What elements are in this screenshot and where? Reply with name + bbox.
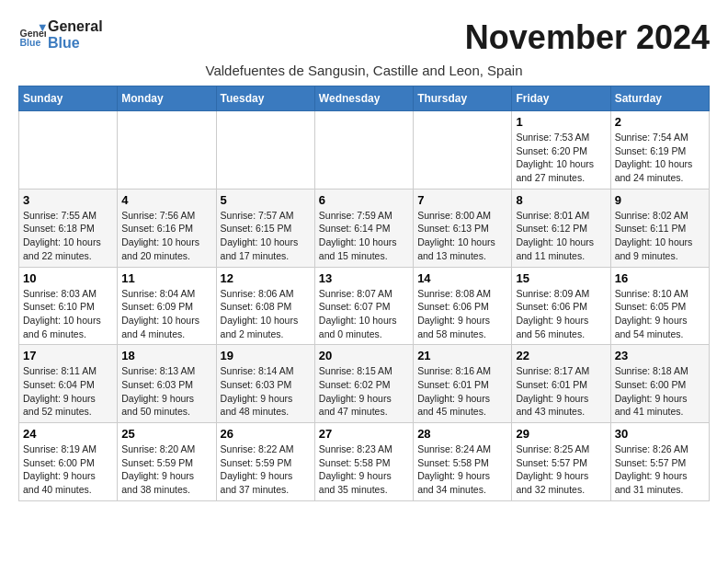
day-info: Sunrise: 7:54 AMSunset: 6:19 PMDaylight:… — [615, 131, 705, 185]
day-info: Sunrise: 8:26 AMSunset: 5:57 PMDaylight:… — [615, 442, 705, 497]
day-number: 9 — [615, 193, 705, 207]
calendar-cell-w1d4: 7Sunrise: 8:00 AMSunset: 6:13 PMDaylight… — [414, 189, 512, 267]
day-info: Sunrise: 8:17 AMSunset: 6:01 PMDaylight:… — [516, 364, 606, 419]
day-number: 18 — [121, 349, 211, 362]
day-number: 26 — [221, 427, 311, 441]
calendar-cell-w4d6: 30Sunrise: 8:26 AMSunset: 5:57 PMDayligh… — [610, 423, 709, 501]
weekday-header-saturday: Saturday — [610, 86, 709, 111]
day-number: 3 — [23, 193, 113, 207]
day-info: Sunrise: 8:07 AMSunset: 6:07 PMDaylight:… — [319, 287, 409, 341]
calendar-cell-w3d0: 17Sunrise: 8:11 AMSunset: 6:04 PMDayligh… — [19, 345, 118, 423]
day-number: 15 — [516, 271, 606, 285]
calendar-cell-w4d0: 24Sunrise: 8:19 AMSunset: 6:00 PMDayligh… — [19, 423, 118, 501]
day-number: 21 — [417, 349, 507, 362]
calendar-cell-w1d2: 5Sunrise: 7:57 AMSunset: 6:15 PMDaylight… — [216, 189, 314, 267]
weekday-header-tuesday: Tuesday — [216, 86, 314, 111]
day-number: 8 — [516, 193, 606, 207]
day-info: Sunrise: 8:02 AMSunset: 6:11 PMDaylight:… — [615, 209, 705, 263]
day-number: 7 — [417, 193, 507, 207]
day-info: Sunrise: 8:22 AMSunset: 5:59 PMDaylight:… — [221, 442, 311, 497]
logo-icon: General Blue — [18, 21, 46, 49]
calendar-cell-w2d0: 10Sunrise: 8:03 AMSunset: 6:10 PMDayligh… — [19, 267, 118, 345]
calendar-cell-w0d5: 1Sunrise: 7:53 AMSunset: 6:20 PMDaylight… — [512, 111, 610, 190]
calendar-cell-w3d3: 20Sunrise: 8:15 AMSunset: 6:02 PMDayligh… — [314, 345, 413, 423]
calendar-cell-w4d1: 25Sunrise: 8:20 AMSunset: 5:59 PMDayligh… — [118, 423, 216, 501]
calendar-cell-w3d4: 21Sunrise: 8:16 AMSunset: 6:01 PMDayligh… — [414, 345, 512, 423]
day-info: Sunrise: 8:25 AMSunset: 5:57 PMDaylight:… — [516, 442, 606, 497]
calendar-cell-w2d2: 12Sunrise: 8:06 AMSunset: 6:08 PMDayligh… — [216, 267, 314, 345]
day-info: Sunrise: 8:13 AMSunset: 6:03 PMDaylight:… — [121, 364, 211, 419]
weekday-header-friday: Friday — [512, 86, 610, 111]
location-title: Valdefuentes de Sangusin, Castille and L… — [18, 63, 710, 78]
day-number: 13 — [319, 271, 409, 285]
day-info: Sunrise: 8:18 AMSunset: 6:00 PMDaylight:… — [615, 364, 705, 419]
day-info: Sunrise: 8:15 AMSunset: 6:02 PMDaylight:… — [319, 364, 409, 419]
calendar-cell-w4d2: 26Sunrise: 8:22 AMSunset: 5:59 PMDayligh… — [216, 423, 314, 501]
day-info: Sunrise: 7:59 AMSunset: 6:14 PMDaylight:… — [319, 209, 409, 263]
day-number: 14 — [417, 271, 507, 285]
day-info: Sunrise: 8:04 AMSunset: 6:09 PMDaylight:… — [121, 287, 211, 341]
day-number: 25 — [121, 427, 211, 441]
day-info: Sunrise: 7:57 AMSunset: 6:15 PMDaylight:… — [221, 209, 311, 263]
calendar-cell-w0d6: 2Sunrise: 7:54 AMSunset: 6:19 PMDaylight… — [610, 111, 709, 190]
day-info: Sunrise: 8:08 AMSunset: 6:06 PMDaylight:… — [417, 287, 507, 341]
weekday-header-monday: Monday — [118, 86, 216, 111]
day-info: Sunrise: 8:10 AMSunset: 6:05 PMDaylight:… — [615, 287, 705, 341]
day-info: Sunrise: 8:23 AMSunset: 5:58 PMDaylight:… — [319, 442, 409, 497]
calendar-cell-w4d5: 29Sunrise: 8:25 AMSunset: 5:57 PMDayligh… — [512, 423, 610, 501]
calendar-cell-w2d5: 15Sunrise: 8:09 AMSunset: 6:06 PMDayligh… — [512, 267, 610, 345]
calendar-cell-w3d5: 22Sunrise: 8:17 AMSunset: 6:01 PMDayligh… — [512, 345, 610, 423]
calendar-cell-w2d3: 13Sunrise: 8:07 AMSunset: 6:07 PMDayligh… — [314, 267, 413, 345]
day-info: Sunrise: 7:56 AMSunset: 6:16 PMDaylight:… — [121, 209, 211, 263]
day-number: 2 — [615, 115, 705, 129]
day-number: 5 — [221, 193, 311, 207]
day-number: 1 — [516, 115, 606, 129]
calendar-cell-w0d2 — [216, 111, 314, 190]
calendar-table: SundayMondayTuesdayWednesdayThursdayFrid… — [18, 86, 710, 501]
day-number: 4 — [121, 193, 211, 207]
day-info: Sunrise: 7:53 AMSunset: 6:20 PMDaylight:… — [516, 131, 606, 185]
day-number: 22 — [516, 349, 606, 362]
calendar-cell-w0d1 — [118, 111, 216, 190]
day-info: Sunrise: 8:19 AMSunset: 6:00 PMDaylight:… — [23, 442, 113, 497]
day-number: 6 — [319, 193, 409, 207]
day-info: Sunrise: 8:24 AMSunset: 5:58 PMDaylight:… — [417, 442, 507, 497]
weekday-header-sunday: Sunday — [19, 86, 118, 111]
day-number: 24 — [23, 427, 113, 441]
calendar-cell-w0d3 — [314, 111, 413, 190]
day-info: Sunrise: 8:03 AMSunset: 6:10 PMDaylight:… — [23, 287, 113, 341]
day-info: Sunrise: 8:09 AMSunset: 6:06 PMDaylight:… — [516, 287, 606, 341]
day-info: Sunrise: 8:16 AMSunset: 6:01 PMDaylight:… — [417, 364, 507, 419]
calendar-cell-w1d5: 8Sunrise: 8:01 AMSunset: 6:12 PMDaylight… — [512, 189, 610, 267]
day-info: Sunrise: 8:01 AMSunset: 6:12 PMDaylight:… — [516, 209, 606, 263]
weekday-header-wednesday: Wednesday — [314, 86, 413, 111]
calendar-cell-w2d1: 11Sunrise: 8:04 AMSunset: 6:09 PMDayligh… — [118, 267, 216, 345]
day-number: 29 — [516, 427, 606, 441]
day-number: 19 — [221, 349, 311, 362]
logo: General Blue General Blue — [18, 18, 103, 51]
weekday-header-thursday: Thursday — [414, 86, 512, 111]
day-number: 30 — [615, 427, 705, 441]
calendar-cell-w2d6: 16Sunrise: 8:10 AMSunset: 6:05 PMDayligh… — [610, 267, 709, 345]
day-number: 23 — [615, 349, 705, 362]
calendar-cell-w0d4 — [414, 111, 512, 190]
day-info: Sunrise: 8:06 AMSunset: 6:08 PMDaylight:… — [221, 287, 311, 341]
logo-blue: Blue — [48, 35, 103, 52]
calendar-cell-w1d6: 9Sunrise: 8:02 AMSunset: 6:11 PMDaylight… — [610, 189, 709, 267]
month-year-title: November 2024 — [465, 18, 710, 57]
day-number: 12 — [221, 271, 311, 285]
day-info: Sunrise: 8:00 AMSunset: 6:13 PMDaylight:… — [417, 209, 507, 263]
svg-text:Blue: Blue — [20, 37, 41, 48]
calendar-cell-w3d6: 23Sunrise: 8:18 AMSunset: 6:00 PMDayligh… — [610, 345, 709, 423]
day-info: Sunrise: 7:55 AMSunset: 6:18 PMDaylight:… — [23, 209, 113, 263]
calendar-cell-w3d2: 19Sunrise: 8:14 AMSunset: 6:03 PMDayligh… — [216, 345, 314, 423]
day-info: Sunrise: 8:20 AMSunset: 5:59 PMDaylight:… — [121, 442, 211, 497]
day-info: Sunrise: 8:14 AMSunset: 6:03 PMDaylight:… — [221, 364, 311, 419]
day-number: 27 — [319, 427, 409, 441]
day-number: 11 — [121, 271, 211, 285]
calendar-cell-w4d3: 27Sunrise: 8:23 AMSunset: 5:58 PMDayligh… — [314, 423, 413, 501]
day-number: 17 — [23, 349, 113, 362]
day-number: 10 — [23, 271, 113, 285]
logo-general: General — [48, 18, 103, 35]
calendar-cell-w0d0 — [19, 111, 118, 190]
